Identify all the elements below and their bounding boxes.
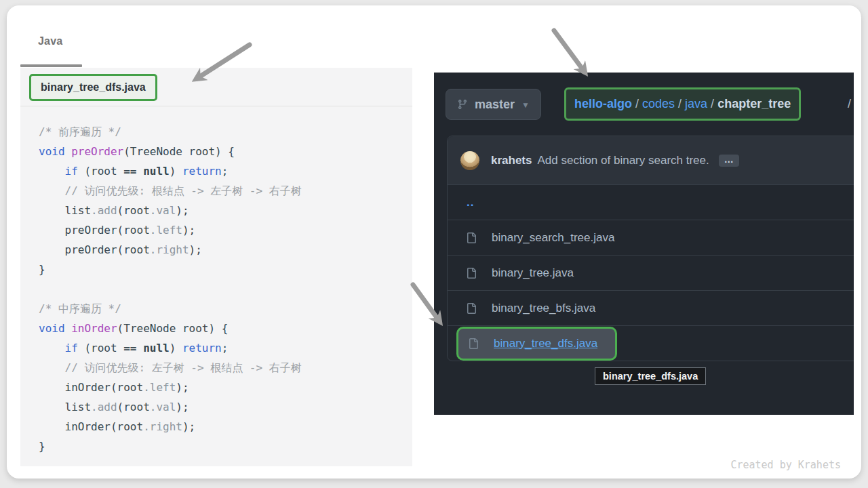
commit-author[interactable]: krahets (491, 154, 532, 167)
code-line: list.add(root.val); (39, 201, 412, 220)
code-file-title-highlight-box: binary_tree_dfs.java (29, 74, 157, 101)
code-line: // 访问优先级: 根结点 -> 左子树 -> 右子树 (39, 181, 412, 201)
file-row[interactable]: binary_tree.java (448, 255, 854, 290)
code-block: /* 前序遍历 */void preOrder(TreeNode root) {… (20, 106, 412, 456)
credit-text: Created by Krahets (730, 459, 841, 471)
code-line: /* 前序遍历 */ (39, 122, 412, 142)
breadcrumb-trailing-slash: / (848, 97, 851, 111)
breadcrumb-separator: / (675, 97, 685, 110)
avatar[interactable] (460, 151, 479, 170)
branch-selector-button[interactable]: master ▼ (446, 89, 541, 120)
tab-java[interactable]: Java (38, 35, 62, 47)
breadcrumb-segment-codes[interactable]: codes (642, 97, 675, 110)
breadcrumb-segment-chapter_tree: chapter_tree (717, 97, 791, 110)
file-link[interactable]: binary_search_tree.java (492, 231, 614, 245)
breadcrumb-segment-java[interactable]: java (685, 97, 707, 110)
file-icon (468, 338, 479, 349)
latest-commit-bar: krahets Add section of binary search tre… (448, 136, 854, 184)
code-line: if (root == null) return; (39, 338, 412, 358)
parent-directory-link[interactable]: .. (467, 196, 474, 209)
code-line: preOrder(root.left); (39, 220, 412, 240)
file-list-container: krahets Add section of binary search tre… (447, 136, 854, 361)
link-tooltip: binary_tree_dfs.java (595, 367, 706, 385)
code-line: } (39, 436, 412, 456)
breadcrumb-separator: / (707, 97, 717, 110)
code-line: inOrder(root.left); (39, 378, 412, 397)
code-line: /* 中序遍历 */ (39, 299, 412, 319)
code-line: list.add(root.val); (39, 397, 412, 417)
file-link[interactable]: binary_tree_bfs.java (492, 302, 595, 315)
page-card: Java binary_tree_dfs.java /* 前序遍历 */void… (7, 5, 861, 479)
branch-name: master (475, 98, 515, 112)
file-row-highlight-box: binary_tree_dfs.java (456, 327, 617, 361)
code-line (39, 279, 412, 299)
commit-message[interactable]: Add section of binary search tree. (537, 154, 709, 167)
chevron-down-icon: ▼ (521, 100, 530, 110)
code-line: } (39, 260, 412, 279)
code-line: void preOrder(TreeNode root) { (39, 142, 412, 161)
breadcrumb: hello-algo / codes / java / chapter_tree (574, 97, 791, 111)
file-icon (466, 232, 477, 243)
file-link-highlighted[interactable]: binary_tree_dfs.java (494, 337, 597, 350)
commit-more-button[interactable]: … (719, 155, 739, 167)
code-title-bar: binary_tree_dfs.java (20, 68, 412, 106)
github-panel: master ▼ hello-algo / codes / java / cha… (434, 73, 854, 415)
code-line: inOrder(root.right); (39, 417, 412, 436)
file-icon (466, 268, 477, 279)
parent-directory-row[interactable]: .. (448, 184, 854, 220)
file-icon (466, 303, 477, 314)
code-line: if (root == null) return; (39, 161, 412, 181)
file-link[interactable]: binary_tree.java (492, 266, 574, 280)
file-row[interactable]: binary_tree_dfs.java (448, 325, 854, 361)
code-panel: binary_tree_dfs.java /* 前序遍历 */void preO… (20, 68, 412, 466)
code-file-title: binary_tree_dfs.java (41, 81, 146, 93)
git-branch-icon (457, 99, 468, 110)
code-line: // 访问优先级: 左子树 -> 根结点 -> 右子树 (39, 358, 412, 378)
file-row[interactable]: binary_tree_bfs.java (448, 290, 854, 325)
breadcrumb-segment-hello-algo[interactable]: hello-algo (574, 97, 632, 110)
code-line: preOrder(root.right); (39, 240, 412, 260)
tab-active-indicator (20, 64, 82, 67)
code-line: void inOrder(TreeNode root) { (39, 319, 412, 338)
file-row[interactable]: binary_search_tree.java (448, 220, 854, 255)
breadcrumb-highlight-box: hello-algo / codes / java / chapter_tree (564, 87, 801, 121)
breadcrumb-separator: / (632, 97, 642, 110)
